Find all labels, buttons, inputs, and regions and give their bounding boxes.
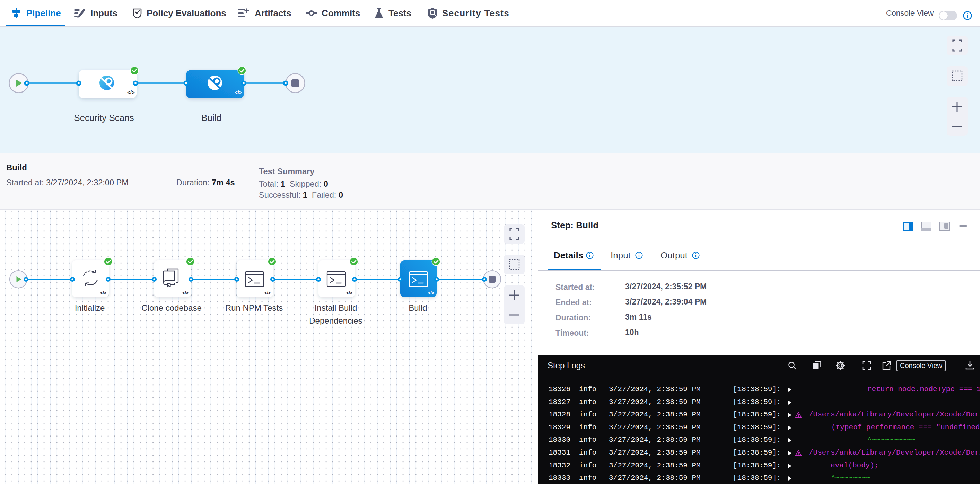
svg-text:Run NPM Tests: Run NPM Tests <box>225 303 283 313</box>
svg-text:Security Scans: Security Scans <box>74 113 134 123</box>
svg-text:</>: </> <box>235 89 242 95</box>
svg-text:Install Build: Install Build <box>315 303 357 313</box>
svg-text:</>: </> <box>428 291 434 295</box>
svg-text:</>: </> <box>264 291 270 295</box>
svg-text:</>: </> <box>127 89 135 95</box>
svg-text:</>: </> <box>182 291 189 295</box>
svg-text:</>: </> <box>346 291 352 295</box>
svg-text:Build: Build <box>409 303 427 313</box>
svg-text:Build: Build <box>201 113 221 123</box>
svg-text:Initialize: Initialize <box>75 303 105 313</box>
svg-text:Dependencies: Dependencies <box>309 316 362 325</box>
svg-text:Clone codebase: Clone codebase <box>142 303 201 313</box>
svg-text:</>: </> <box>100 291 107 295</box>
